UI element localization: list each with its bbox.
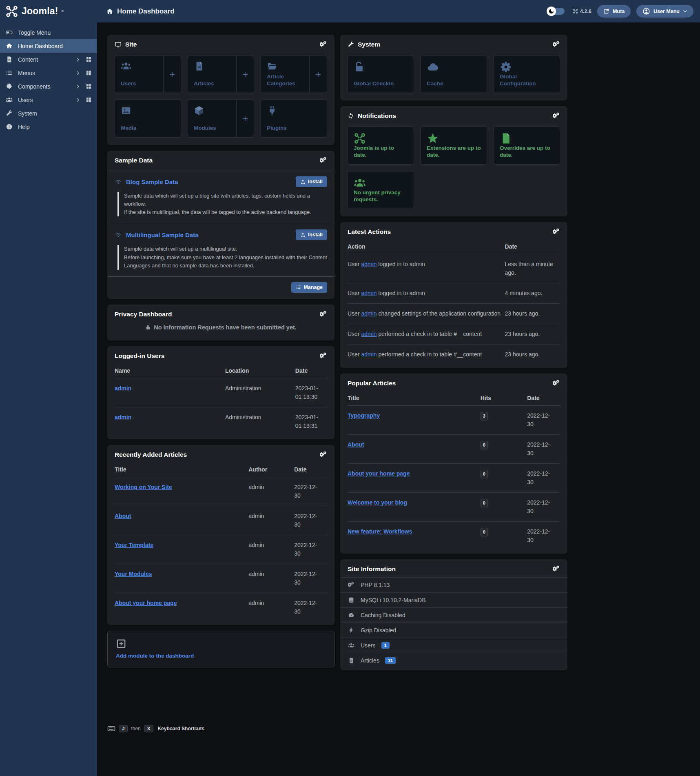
- sidebar-item-label: Components: [18, 83, 70, 90]
- tile-label: Article Categories: [267, 73, 303, 87]
- quick-tile-users[interactable]: Users: [115, 55, 181, 93]
- sidebar-item-help[interactable]: Help: [0, 120, 97, 133]
- quick-tile-global-checkin[interactable]: Global Checkin: [348, 55, 414, 93]
- quick-tile-modules[interactable]: Modules: [188, 100, 254, 138]
- moon-icon: [547, 7, 556, 16]
- user-menu-label: User Menu: [653, 9, 680, 14]
- add-new-button[interactable]: [236, 56, 254, 93]
- quick-tile-global-configuration[interactable]: Global Configuration: [494, 55, 560, 93]
- article-link[interactable]: New feature: Workflows: [348, 528, 412, 535]
- grid-icon[interactable]: [86, 97, 92, 103]
- user-link[interactable]: admin: [361, 310, 377, 317]
- article-link[interactable]: About your home page: [115, 600, 177, 606]
- table-row: User admin changed settings of the appli…: [348, 304, 560, 324]
- article-link[interactable]: Your Template: [115, 542, 153, 548]
- article-link[interactable]: About: [348, 441, 364, 448]
- quick-tile-overrides-are-up-to-date[interactable]: Overrides are up to date.: [494, 127, 560, 165]
- article-link[interactable]: Typography: [348, 412, 380, 419]
- install-button[interactable]: Install: [296, 229, 327, 240]
- quick-tile-joomla-is-up-to-date[interactable]: Joomla is up to date.: [348, 127, 414, 165]
- hits-badge: 3: [481, 412, 488, 420]
- chevron-down-icon: [683, 9, 687, 13]
- user-link[interactable]: admin: [115, 414, 131, 420]
- module-options-button[interactable]: [320, 352, 327, 360]
- chevron-right-icon[interactable]: [75, 84, 80, 89]
- joomla-logo[interactable]: Joomla! ®: [0, 5, 97, 18]
- sidebar-item-toggle-menu[interactable]: Toggle Menu: [0, 26, 97, 39]
- grid-icon[interactable]: [86, 56, 92, 62]
- module-options-button[interactable]: [320, 311, 327, 318]
- table-row: adminAdministration2023-01-01 13:30: [115, 378, 327, 407]
- user-link[interactable]: admin: [361, 290, 377, 296]
- quick-tile-media[interactable]: Media: [115, 100, 181, 138]
- article-link[interactable]: Your Modules: [115, 571, 152, 577]
- chevron-right-icon[interactable]: [75, 71, 80, 76]
- table-row: About your home page02022-12-30: [348, 464, 560, 493]
- sample-data-link[interactable]: Multilingual Sample Data: [126, 231, 199, 238]
- module-options-button[interactable]: [553, 112, 560, 120]
- user-link[interactable]: admin: [361, 331, 377, 337]
- chevron-right-icon[interactable]: [75, 98, 80, 102]
- quick-tile-extensions-are-up-to-date[interactable]: Extensions are up to date.: [421, 127, 487, 165]
- sample-data-link[interactable]: Blog Sample Data: [126, 178, 178, 185]
- wifi-icon: [115, 231, 122, 238]
- lock-icon: [145, 325, 151, 330]
- article-link[interactable]: About your home page: [348, 470, 410, 477]
- add-module-button[interactable]: Add module to the dashboard: [107, 631, 334, 667]
- plug-icon: [267, 105, 321, 116]
- tile-label: Global Checkin: [354, 80, 408, 87]
- user-link[interactable]: admin: [361, 261, 377, 267]
- add-new-button[interactable]: [236, 100, 254, 137]
- module-options-button[interactable]: [553, 565, 560, 573]
- tile-label: No urgent privacy requests.: [354, 189, 408, 203]
- sidebar-item-components[interactable]: Components: [0, 80, 97, 93]
- article-link[interactable]: Welcome to your blog: [348, 499, 407, 506]
- cogs-icon: [320, 352, 327, 360]
- sidebar-item-users[interactable]: Users: [0, 93, 97, 107]
- grid-icon[interactable]: [86, 83, 92, 89]
- dark-mode-toggle[interactable]: [548, 8, 565, 15]
- tile-label: Articles: [194, 80, 230, 87]
- user-link[interactable]: admin: [115, 385, 131, 391]
- manage-button[interactable]: Manage: [291, 282, 327, 293]
- sidebar-item-menus[interactable]: Menus: [0, 66, 97, 80]
- module-options-button[interactable]: [320, 41, 327, 48]
- grid-icon[interactable]: [86, 70, 92, 76]
- table-row: User admin performed a check in to table…: [348, 324, 560, 345]
- sample-data-title: Sample Data: [115, 157, 153, 164]
- install-button[interactable]: Install: [296, 176, 327, 187]
- table-header: ActionDate: [348, 240, 560, 254]
- gear-icon: [500, 61, 554, 73]
- quick-tile-plugins[interactable]: Plugins: [261, 100, 327, 138]
- chevron-right-icon[interactable]: [75, 57, 80, 62]
- sidebar-item-home-dashboard[interactable]: Home Dashboard: [0, 39, 97, 53]
- quick-tile-article-categories[interactable]: Article Categories: [261, 55, 327, 93]
- article-link[interactable]: About: [115, 513, 131, 519]
- module-options-button[interactable]: [320, 451, 327, 458]
- site-information-title: Site Information: [348, 565, 396, 573]
- sidebar-item-system[interactable]: System: [0, 107, 97, 120]
- site-card-title: Site: [125, 41, 137, 48]
- module-options-button[interactable]: [553, 228, 560, 236]
- table-row: User admin logged in to admin4 minutes a…: [348, 283, 560, 304]
- quick-tile-articles[interactable]: Articles: [188, 55, 254, 93]
- user-link[interactable]: admin: [361, 351, 377, 358]
- preview-site-button[interactable]: Muta: [597, 5, 631, 18]
- user-menu-button[interactable]: User Menu: [636, 5, 693, 18]
- add-new-button[interactable]: [163, 56, 181, 93]
- table-row: Welcome to your blog02022-12-30: [348, 493, 560, 522]
- add-new-button[interactable]: [309, 56, 327, 93]
- table-row: Your Templateadmin2022-12-30: [115, 535, 327, 564]
- sidebar-item-content[interactable]: Content: [0, 53, 97, 66]
- quick-tile-no-urgent-privacy-requests[interactable]: No urgent privacy requests.: [348, 171, 414, 209]
- module-options-button[interactable]: [553, 41, 560, 48]
- module-options-button[interactable]: [553, 380, 560, 387]
- module-options-button[interactable]: [320, 157, 327, 164]
- cloud-icon: [427, 61, 481, 73]
- quick-tile-cache[interactable]: Cache: [421, 55, 487, 93]
- info-circle-icon: [5, 123, 13, 130]
- article-link[interactable]: Working on Your Site: [115, 484, 172, 490]
- site-info-row: Gzip Disabled: [340, 623, 567, 638]
- table-row: adminAdministration2023-01-01 13:31: [115, 407, 327, 436]
- keyboard-shortcuts-label[interactable]: Keyboard Shortcuts: [157, 726, 204, 732]
